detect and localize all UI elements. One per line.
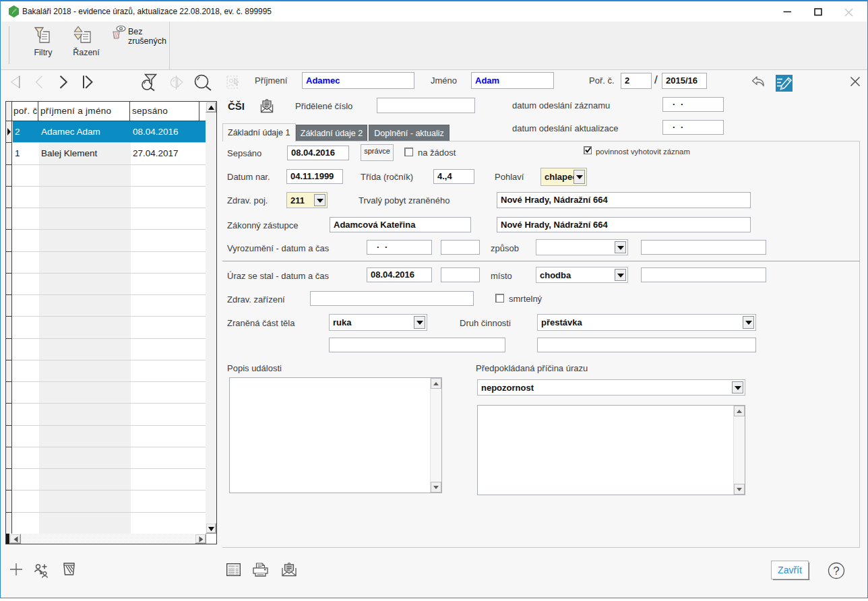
svg-text:?: ?	[833, 565, 839, 577]
